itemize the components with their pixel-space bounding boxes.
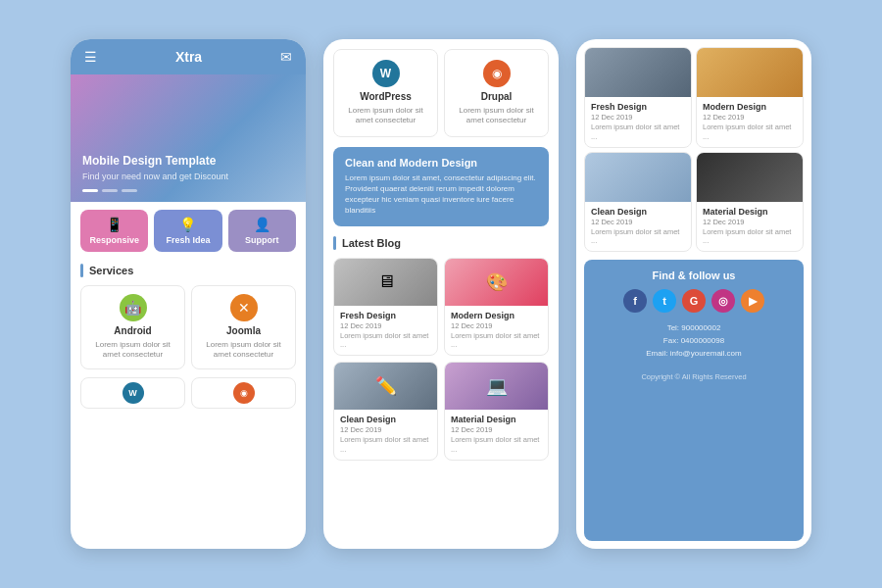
wordpress-icon: W [372,60,400,87]
blog-body-1: Fresh Design 12 Dec 2019 Lorem ipsum dol… [334,306,437,356]
responsive-label: Responsive [89,235,139,245]
phone-3: Fresh Design 12 Dec 2019 Lorem ipsum dol… [576,39,811,549]
photo-card-1[interactable]: Fresh Design 12 Dec 2019 Lorem ipsum dol… [584,47,692,148]
photo-title-1: Fresh Design [591,102,685,112]
drupal-name: Drupal [481,91,513,102]
joomla-name: Joomla [226,325,261,336]
hero-title: Mobile Design Template [82,154,294,170]
android-icon: 🤖 [120,294,147,321]
blog-card-2[interactable]: 🎨 Modern Design 12 Dec 2019 Lorem ipsum … [444,258,549,357]
responsive-icon: 📱 [106,217,122,232]
wordpress-name: WordPress [360,91,412,102]
section-bar [80,264,83,277]
fresh-idea-button[interactable]: 💡 Fresh Idea [154,210,221,252]
photo-card-3[interactable]: Clean Design 12 Dec 2019 Lorem ipsum dol… [584,152,692,253]
wordpress-card: W WordPress Lorem ipsum dolor sit amet c… [333,49,438,137]
hamburger-icon[interactable]: ☰ [84,49,97,65]
joomla-card: ✕ Joomla Lorem ipsum dolor sit amet cons… [191,285,296,369]
google-plus-icon[interactable]: G [682,289,706,313]
phone1-hero: Mobile Design Template Find your need no… [71,74,306,202]
photo-date-1: 12 Dec 2019 [591,113,685,122]
blog-date-1: 12 Dec 2019 [340,321,431,330]
blog-card-1[interactable]: 🖥 Fresh Design 12 Dec 2019 Lorem ipsum d… [333,258,438,357]
photo-text-3: Lorem ipsum dolor sit amet ... [591,227,685,247]
blog-image-4: 💻 [445,363,548,410]
drupal-card: ◉ Drupal Lorem ipsum dolor sit amet cons… [444,49,549,137]
top-services: W WordPress Lorem ipsum dolor sit amet c… [323,39,559,143]
blog-date-4: 12 Dec 2019 [451,425,542,434]
contact-info: Tel: 900000002 Fax: 0400000098 Email: in… [594,322,794,360]
follow-section: Find & follow us f t G ◎ ▶ Tel: 90000000… [584,260,804,541]
blog-title-4: Material Design [451,415,542,424]
photo-body-3: Clean Design 12 Dec 2019 Lorem ipsum dol… [585,202,691,252]
photo-text-2: Lorem ipsum dolor sit amet ... [703,122,797,142]
wp-partial: W [80,377,185,409]
fax-line: Fax: 0400000098 [594,335,794,348]
photo-card-2[interactable]: Modern Design 12 Dec 2019 Lorem ipsum do… [696,47,804,148]
support-button[interactable]: 👤 Support [228,210,296,252]
blog-image-1: 🖥 [334,259,437,306]
drupal-partial-icon: ◉ [233,382,255,404]
clean-modern-banner: Clean and Modern Design Lorem ipsum dolo… [333,147,549,226]
blog-body-3: Clean Design 12 Dec 2019 Lorem ipsum dol… [334,410,437,460]
phone1-title: Xtra [175,49,202,65]
social-icons: f t G ◎ ▶ [623,289,764,313]
blog-body-4: Material Design 12 Dec 2019 Lorem ipsum … [445,410,548,460]
joomla-icon: ✕ [230,294,258,321]
hero-dots [82,189,294,192]
twitter-icon[interactable]: t [653,289,676,313]
clean-modern-title: Clean and Modern Design [345,157,537,169]
support-label: Support [245,235,279,245]
blog-card-3[interactable]: ✏️ Clean Design 12 Dec 2019 Lorem ipsum … [333,362,438,461]
photo-text-1: Lorem ipsum dolor sit amet ... [591,122,685,142]
blog-body-2: Modern Design 12 Dec 2019 Lorem ipsum do… [445,306,548,356]
blog-title-2: Modern Design [451,311,542,320]
mail-icon[interactable]: ✉ [280,49,292,65]
photo-date-2: 12 Dec 2019 [703,113,797,122]
instagram-icon[interactable]: ◎ [711,289,735,313]
phone-1: ☰ Xtra ✉ Mobile Design Template Find you… [71,39,306,549]
services-header: Services [71,260,306,281]
joomla-text: Lorem ipsum dolor sit amet consectetur [200,340,287,361]
blog-text-1: Lorem ipsum dolor sit amet ... [340,331,431,351]
blog-image-3: ✏️ [334,363,437,410]
android-text: Lorem ipsum dolor sit amet consectetur [89,340,176,361]
clean-modern-text: Lorem ipsum dolor sit amet, consectetur … [345,172,537,217]
photo-title-4: Material Design [703,207,797,217]
blog-title-1: Fresh Design [340,311,431,320]
responsive-button[interactable]: 📱 Responsive [80,210,148,252]
dot-3 [122,189,137,192]
rss-icon[interactable]: ▶ [741,289,764,313]
photo-card-4[interactable]: Material Design 12 Dec 2019 Lorem ipsum … [696,152,804,253]
blog-text-2: Lorem ipsum dolor sit amet ... [451,331,542,351]
blog-date-3: 12 Dec 2019 [340,425,431,434]
blog-text-4: Lorem ipsum dolor sit amet ... [451,435,542,455]
photo-text-4: Lorem ipsum dolor sit amet ... [703,227,797,247]
photo-thumb-1 [585,48,691,97]
blog-card-4[interactable]: 💻 Material Design 12 Dec 2019 Lorem ipsu… [444,362,549,461]
phone-2: W WordPress Lorem ipsum dolor sit amet c… [323,39,559,549]
photo-date-3: 12 Dec 2019 [591,218,685,226]
tel-line: Tel: 900000002 [594,322,794,335]
follow-title: Find & follow us [653,270,736,281]
photo-thumb-2 [697,48,803,97]
wp-partial-icon: W [122,382,144,404]
blog-header: Latest Blog [333,236,549,254]
blog-grid: 🖥 Fresh Design 12 Dec 2019 Lorem ipsum d… [333,258,549,461]
dot-2 [102,189,118,192]
email-line: Email: info@youremail.com [594,348,794,361]
dot-1 [82,189,98,192]
services-title: Services [89,265,133,276]
wordpress-text: Lorem ipsum dolor sit amet consectetur [342,106,429,126]
copyright: Copyright © All Rights Reserved [641,372,746,381]
blog-section-bar [333,236,336,250]
blog-date-2: 12 Dec 2019 [451,321,542,330]
photo-grid: Fresh Design 12 Dec 2019 Lorem ipsum dol… [576,39,811,256]
photo-body-4: Material Design 12 Dec 2019 Lorem ipsum … [697,202,803,252]
quick-buttons: 📱 Responsive 💡 Fresh Idea 👤 Support [71,202,306,260]
partial-services: W ◉ [71,373,306,416]
android-name: Android [114,325,151,336]
drupal-partial: ◉ [191,377,296,409]
facebook-icon[interactable]: f [623,289,647,313]
support-icon: 👤 [254,217,270,232]
